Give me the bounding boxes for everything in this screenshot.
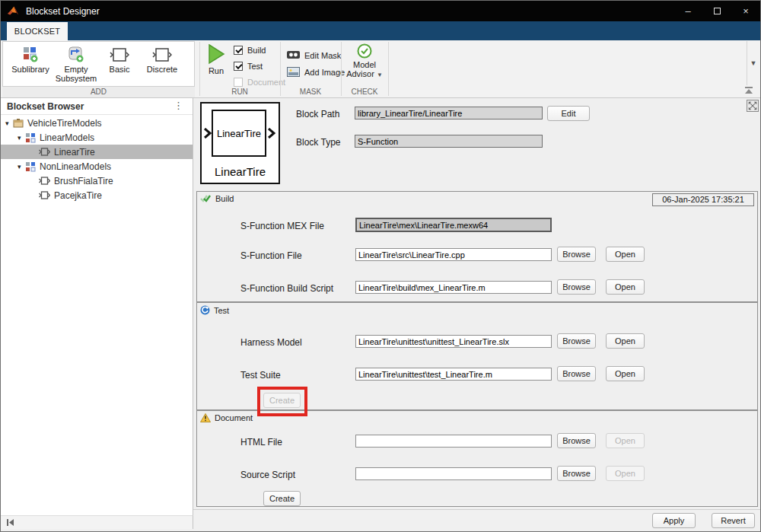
basic-block-icon <box>110 47 129 62</box>
html-open-button[interactable]: Open <box>606 433 645 448</box>
tab-blockset[interactable]: BLOCKSET <box>7 22 68 40</box>
tree-item-linearmodels[interactable]: ▾ LinearModels <box>1 130 193 145</box>
block-node-icon <box>39 148 50 156</box>
apply-button[interactable]: Apply <box>652 513 696 528</box>
window-title: Blockset Designer <box>26 6 100 17</box>
run-icon <box>207 43 225 65</box>
block-path-label: Block Path <box>296 109 339 119</box>
edit-button[interactable]: Edit <box>547 106 590 121</box>
tree-item-lineartire[interactable]: LinearTire <box>1 145 193 159</box>
mex-file-field[interactable] <box>355 218 552 232</box>
matlab-logo-icon <box>7 5 20 18</box>
sublibrary-button[interactable]: Sublibrary <box>8 43 53 74</box>
block-path-field[interactable] <box>355 107 543 119</box>
basic-block-button[interactable]: Basic <box>101 43 138 74</box>
discrete-block-icon <box>152 47 172 62</box>
test-checkbox[interactable]: Test <box>234 61 263 72</box>
footer-bar: Apply Revert <box>193 509 761 529</box>
tree-expand-icon[interactable]: ▾ <box>18 134 25 142</box>
build-script-browse-button[interactable]: Browse <box>557 279 596 295</box>
source-open-button[interactable]: Open <box>606 466 645 481</box>
kebab-menu-icon[interactable]: ⋮ <box>174 100 183 111</box>
build-checkbox[interactable]: Build <box>234 45 266 56</box>
html-browse-button[interactable]: Browse <box>557 433 596 448</box>
empty-subsystem-icon <box>68 46 84 62</box>
document-checkbox-box <box>234 78 243 87</box>
source-browse-button[interactable]: Browse <box>557 466 596 481</box>
discrete-block-button[interactable]: Discrete <box>142 43 182 74</box>
source-script-field[interactable] <box>355 467 552 480</box>
model-advisor-button[interactable]: Model Advisor ▼ <box>345 43 384 78</box>
run-button[interactable]: Run <box>203 43 229 75</box>
tree-item-vehicletiremodels[interactable]: ▾ VehicleTireModels <box>1 116 193 130</box>
harness-browse-button[interactable]: Browse <box>557 333 596 349</box>
build-status-icon <box>200 194 212 203</box>
harness-open-button[interactable]: Open <box>606 333 645 349</box>
browser-hscroll[interactable] <box>1 515 193 529</box>
sfunction-file-field[interactable] <box>355 248 552 261</box>
maximize-button[interactable] <box>702 1 731 21</box>
close-button[interactable]: × <box>731 1 760 21</box>
add-group-label: ADD <box>2 87 195 97</box>
library-icon <box>13 118 24 128</box>
document-warning-icon <box>200 413 211 422</box>
tree-item-pacejkatire[interactable]: PacejkaTire <box>1 188 193 202</box>
mex-file-label: S-Function MEX File <box>240 221 324 231</box>
tree-expand-icon[interactable]: ▾ <box>18 163 25 170</box>
test-section-header: Test <box>200 305 229 315</box>
block-node-icon <box>39 177 50 185</box>
sfunction-file-open-button[interactable]: Open <box>606 247 645 262</box>
blockset-browser-panel: Blockset Browser ⋮ ▾ VehicleTireModels ▾… <box>1 98 193 515</box>
block-preview-block: LinearTire <box>212 110 266 157</box>
harness-model-label: Harness Model <box>240 337 302 348</box>
block-type-label: Block Type <box>296 137 340 148</box>
test-checkbox-box <box>234 62 243 71</box>
document-create-button[interactable]: Create <box>263 491 301 506</box>
build-script-open-button[interactable]: Open <box>606 279 645 295</box>
empty-subsystem-button[interactable]: Empty Subsystem <box>53 43 100 83</box>
block-type-field[interactable] <box>355 135 543 148</box>
run-group-label: RUN <box>200 87 279 97</box>
test-suite-browse-button[interactable]: Browse <box>557 366 596 381</box>
html-file-field[interactable] <box>355 435 552 448</box>
annotation-highlight <box>257 387 307 416</box>
sublibrary-node-icon <box>25 132 36 143</box>
collapse-ribbon-icon[interactable] <box>743 86 754 95</box>
add-image-icon <box>287 67 300 77</box>
test-section: Test Harness Model Browse Open Test Suit… <box>196 302 758 410</box>
build-timestamp: 06-Jan-2025 17:35:21 <box>652 193 754 206</box>
add-image-button[interactable]: Add Image <box>287 66 345 78</box>
document-checkbox[interactable]: Document <box>234 77 285 88</box>
build-script-field[interactable] <box>355 281 552 294</box>
build-section-header: Build <box>200 194 234 203</box>
expand-panel-icon[interactable] <box>747 100 759 112</box>
ribbon-tab-band: BLOCKSET <box>1 21 760 40</box>
output-port-icon <box>268 128 275 139</box>
revert-button[interactable]: Revert <box>712 513 755 528</box>
skip-to-start-icon[interactable] <box>6 518 14 527</box>
input-port-icon <box>204 128 212 139</box>
mask-group-label: MASK <box>281 87 340 97</box>
model-advisor-dropdown-icon: ▼ <box>377 72 383 78</box>
minimize-button[interactable]: – <box>673 1 702 21</box>
tree-item-nonlinearmodels[interactable]: ▾ NonLinearModels <box>1 159 193 174</box>
browser-title: Blockset Browser <box>7 101 84 112</box>
test-suite-open-button[interactable]: Open <box>606 366 645 381</box>
tree-expand-icon[interactable]: ▾ <box>5 119 13 127</box>
edit-mask-button[interactable]: Edit Mask <box>287 49 341 62</box>
sfunction-file-label: S-Function File <box>240 250 302 261</box>
add-gallery-dropdown[interactable]: ▼ <box>747 41 759 85</box>
title-bar: Blockset Designer – × <box>1 1 760 21</box>
test-suite-label: Test Suite <box>240 370 281 381</box>
model-advisor-icon <box>357 43 372 59</box>
harness-model-field[interactable] <box>355 335 552 348</box>
tree-item-brushfialatire[interactable]: BrushFialaTire <box>1 174 193 188</box>
ribbon: Sublibrary Empty Subsystem Basic <box>1 40 760 98</box>
sublibrary-icon <box>22 46 39 62</box>
source-script-label: Source Script <box>240 470 295 480</box>
test-status-icon <box>200 305 210 315</box>
app-window: Blockset Designer – × BLOCKSET Sublibrar… <box>0 0 761 532</box>
sfunction-file-browse-button[interactable]: Browse <box>557 247 596 262</box>
check-group-label: CHECK <box>342 87 387 97</box>
test-suite-field[interactable] <box>355 368 552 381</box>
